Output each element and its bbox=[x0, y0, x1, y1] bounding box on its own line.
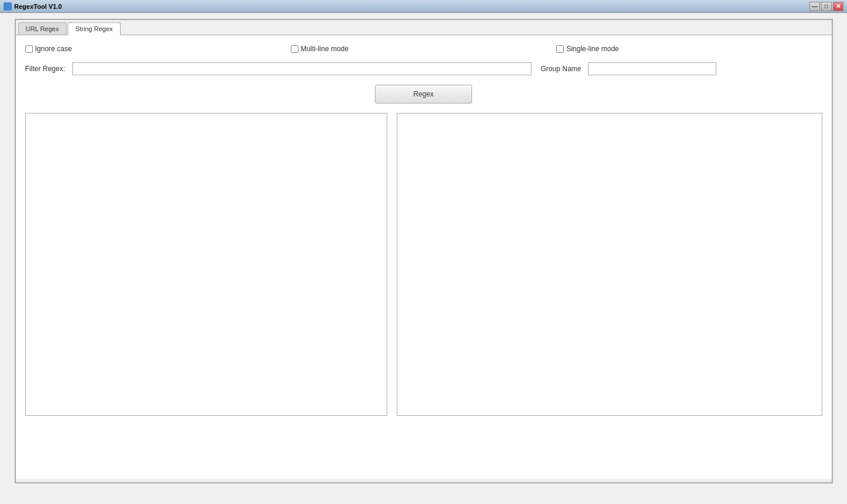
input-textarea[interactable] bbox=[25, 113, 387, 416]
ignore-case-label: Ignore case bbox=[35, 45, 72, 53]
singleline-mode-label: Single-line mode bbox=[566, 45, 619, 53]
title-bar-controls: — □ ✕ bbox=[809, 2, 843, 11]
multiline-mode-checkbox[interactable] bbox=[291, 45, 298, 53]
minimize-button[interactable]: — bbox=[809, 2, 820, 11]
content-area: Ignore case Multi-line mode Single-line … bbox=[16, 35, 832, 479]
tab-url-regex[interactable]: URL Regex bbox=[18, 22, 67, 35]
maximize-button[interactable]: □ bbox=[821, 2, 832, 11]
ignore-case-checkbox[interactable] bbox=[25, 45, 33, 53]
output-textarea[interactable] bbox=[397, 113, 822, 416]
singleline-mode-checkbox[interactable] bbox=[556, 45, 564, 53]
tab-bar: URL Regex String Regex bbox=[16, 20, 832, 35]
filter-regex-input[interactable] bbox=[72, 62, 532, 75]
text-areas-row bbox=[25, 113, 822, 416]
singleline-mode-group: Single-line mode bbox=[556, 45, 822, 53]
group-name-label: Group Name bbox=[541, 65, 582, 73]
filter-row: Filter Regex: Group Name bbox=[25, 62, 822, 75]
title-bar-left: RegexTool V1.0 bbox=[4, 2, 62, 11]
filter-regex-label: Filter Regex: bbox=[25, 65, 65, 73]
options-row: Ignore case Multi-line mode Single-line … bbox=[25, 45, 822, 53]
ignore-case-group: Ignore case bbox=[25, 45, 291, 53]
app-window: URL Regex String Regex Ignore case Multi… bbox=[15, 19, 833, 483]
regex-button-row: Regex bbox=[25, 85, 822, 104]
tab-string-regex[interactable]: String Regex bbox=[68, 22, 121, 35]
regex-button[interactable]: Regex bbox=[375, 85, 472, 104]
group-name-input[interactable] bbox=[588, 62, 716, 75]
multiline-mode-label: Multi-line mode bbox=[301, 45, 348, 53]
title-bar: RegexTool V1.0 — □ ✕ bbox=[0, 0, 847, 13]
close-button[interactable]: ✕ bbox=[833, 2, 843, 11]
app-icon bbox=[4, 2, 12, 11]
title-bar-title: RegexTool V1.0 bbox=[14, 3, 62, 10]
multiline-mode-group: Multi-line mode bbox=[291, 45, 556, 53]
